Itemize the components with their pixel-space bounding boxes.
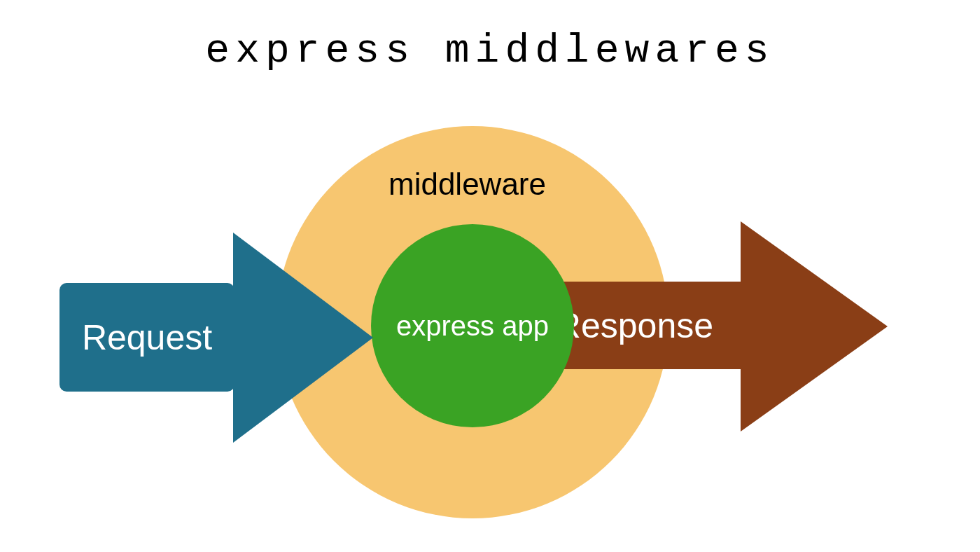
express-app-circle: express app [371,224,574,427]
request-arrow-body: Request [59,283,234,392]
request-label: Request [82,317,212,358]
response-arrow-head-icon [741,221,888,432]
request-arrow: Request [59,283,360,493]
diagram-title: express middlewares [0,28,980,74]
middleware-label: middleware [388,167,546,202]
request-arrow-head-icon [233,233,373,443]
response-label: Response [556,305,713,346]
express-app-label: express app [396,310,549,342]
diagram-container: Response express app middleware Request [0,119,980,539]
